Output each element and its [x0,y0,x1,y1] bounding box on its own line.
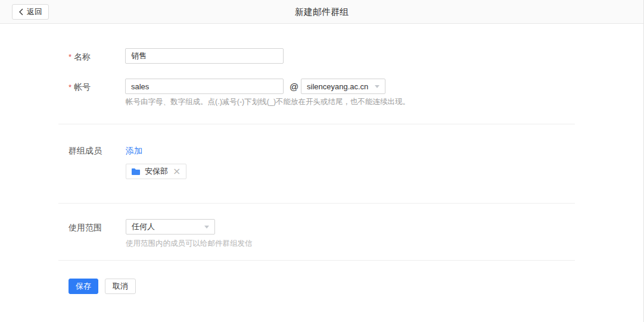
members-label: 群组成员 [69,146,102,157]
add-member-link[interactable]: 添加 [126,146,142,157]
scope-select-value: 任何人 [132,221,201,232]
chevron-down-icon [204,226,209,229]
page-header: 返回 新建邮件群组 [0,0,643,24]
remove-member-icon[interactable]: × [172,167,181,176]
cancel-button[interactable]: 取消 [105,279,136,294]
scope-label: 使用范围 [69,223,102,233]
member-tag: 安保部 × [126,164,186,179]
domain-select[interactable]: silenceyang.ac.cn [301,79,385,94]
section-divider [58,203,575,204]
chevron-down-icon [375,85,379,88]
required-asterisk: * [69,83,71,92]
domain-select-value: silenceyang.ac.cn [307,82,371,91]
account-input[interactable] [125,79,284,94]
form-panel: *名称 *帐号 @ silenceyang.ac.cn 帐号由字母、数字组成。点… [0,24,643,322]
name-input[interactable] [125,48,284,64]
section-divider [58,124,575,124]
member-tag-label: 安保部 [145,166,168,177]
scope-help-text: 使用范围内的成员可以给邮件群组发信 [126,239,253,249]
scope-select[interactable]: 任何人 [126,219,215,235]
folder-icon [131,168,141,176]
at-symbol: @ [290,82,298,92]
required-asterisk: * [69,52,71,61]
page-title: 新建邮件群组 [0,0,643,24]
save-button[interactable]: 保存 [69,279,98,294]
section-divider [58,260,575,261]
name-label: *名称 [69,52,91,62]
account-help-text: 帐号由字母、数字组成。点(.)减号(-)下划线(_)不能放在开头或结尾，也不能连… [126,97,410,107]
account-label: *帐号 [69,82,91,93]
